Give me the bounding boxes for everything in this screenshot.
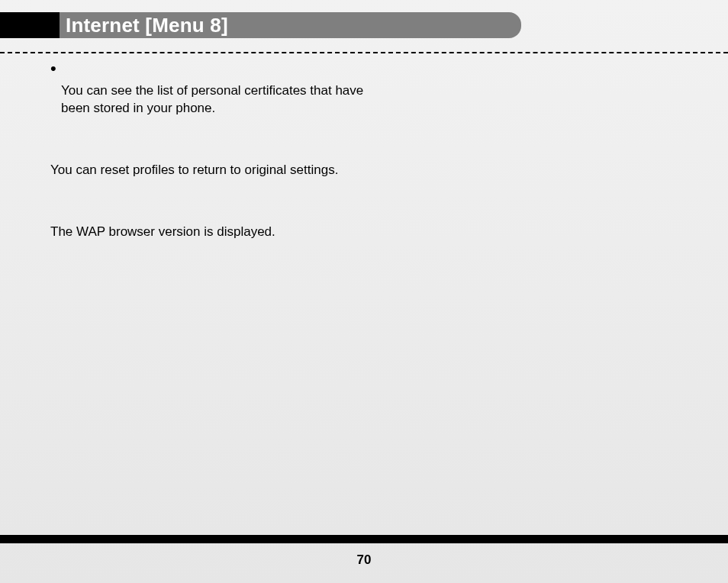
page-title: Internet [Menu 8] [60, 14, 228, 37]
content-area: • You can see the list of personal certi… [50, 61, 676, 241]
footer-bar [0, 535, 728, 543]
bullet-text: You can see the list of personal certifi… [61, 82, 370, 118]
page-number: 70 [0, 552, 728, 568]
bullet-item: • You can see the list of personal certi… [50, 61, 676, 118]
paragraph-version: The WAP browser version is displayed. [50, 224, 432, 241]
bullet-icon: • [50, 61, 61, 75]
divider-dashed [0, 52, 728, 53]
paragraph-reset: You can reset profiles to return to orig… [50, 162, 432, 179]
header-gray-block: Internet [Menu 8] [60, 12, 521, 38]
section-header: Internet [Menu 8] [0, 12, 728, 38]
header-black-block [0, 12, 60, 38]
